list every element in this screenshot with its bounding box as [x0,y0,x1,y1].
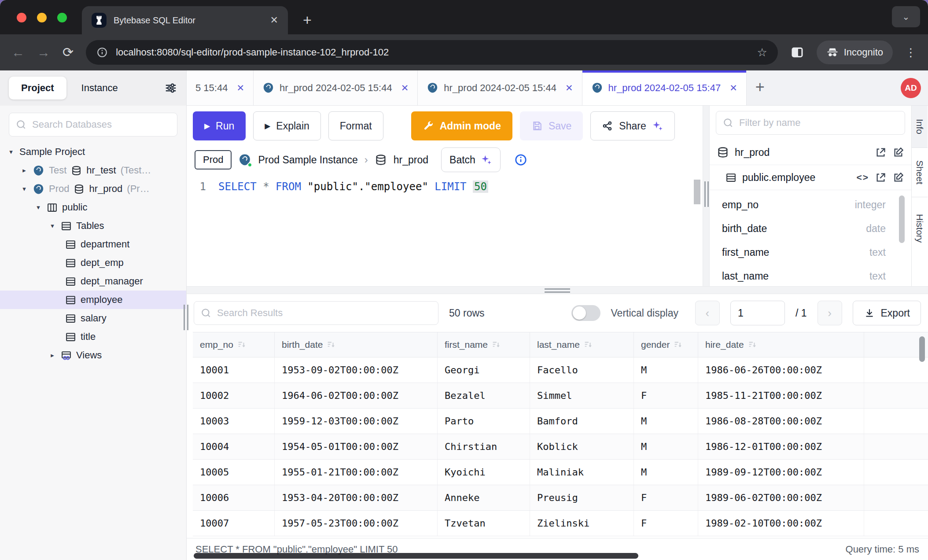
cell[interactable]: Facello [530,357,634,383]
cell[interactable]: M [634,434,698,459]
cell[interactable]: Preusig [530,485,634,510]
site-info-icon[interactable] [96,47,108,58]
cell[interactable]: Parto [438,409,530,434]
cell[interactable]: Zielinski [530,511,634,536]
side-panel-icon[interactable] [790,46,804,59]
cell[interactable]: 1953-04-20T00:00:00Z [275,485,438,510]
schema-filter-input[interactable] [739,117,899,129]
format-button[interactable]: Format [328,111,383,140]
close-window-button[interactable] [17,13,26,22]
results-resize-handle[interactable] [187,286,928,294]
browser-tab[interactable]: Bytebase SQL Editor ✕ [82,6,288,34]
url-text[interactable]: localhost:8080/sql-editor/prod-sample-in… [116,47,749,58]
sql-editor[interactable]: 1 SELECT * FROM "public"."employee" LIMI… [187,173,703,286]
export-button[interactable]: Export [853,301,921,325]
close-tab-icon[interactable]: ✕ [565,83,573,93]
tree-item-tables-group[interactable]: ▾ Tables [0,217,186,235]
cell[interactable]: Maliniak [530,460,634,485]
sort-icon[interactable] [583,340,593,350]
sort-icon[interactable] [748,340,757,350]
run-button[interactable]: ▶Run [193,111,246,140]
sort-icon[interactable] [326,340,336,350]
cell[interactable]: M [634,357,698,383]
prev-page-button[interactable]: ‹ [695,301,720,325]
cell[interactable]: 10004 [193,434,275,459]
schema-database-row[interactable]: hr_prod [710,140,911,165]
caret-right-icon[interactable]: ▸ [20,166,28,174]
page-number-input[interactable] [730,301,785,325]
caret-down-icon[interactable]: ▾ [34,203,42,211]
cell[interactable]: 1986-08-28T00:00:00Z [698,409,864,434]
table-row[interactable]: 100021964-06-02T00:00:00ZBezalelSimmelF1… [193,383,928,409]
sql-line-1[interactable]: 1 SELECT * FROM "public"."employee" LIMI… [187,173,703,193]
info-icon[interactable] [514,153,527,166]
tab-instance[interactable]: Instance [69,77,130,99]
cell[interactable]: 1986-12-01T00:00:00Z [698,434,864,459]
cell[interactable]: 1953-09-02T00:00:00Z [275,357,438,383]
caret-down-icon[interactable]: ▾ [20,185,28,193]
editor-tab-2[interactable]: hr_prod 2024-02-05 15:44 ✕ [254,70,418,105]
close-tab-icon[interactable]: ✕ [401,83,409,93]
table-row[interactable]: 100071957-05-23T00:00:00ZTzvetanZielinsk… [193,511,928,536]
panel-resize-handle[interactable] [703,106,710,286]
cell[interactable]: 10005 [193,460,275,485]
share-button[interactable]: Share [590,111,674,140]
next-page-button[interactable]: › [818,301,842,325]
cell[interactable]: Simmel [530,383,634,408]
database-search-input[interactable] [32,119,171,130]
column-header-last-name[interactable]: last_name [530,332,634,357]
cell[interactable]: 1989-02-10T00:00:00Z [698,511,864,536]
cell[interactable]: Bamford [530,409,634,434]
caret-down-icon[interactable]: ▾ [7,148,15,156]
edit-icon[interactable] [892,172,904,184]
cell[interactable]: M [634,409,698,434]
vertical-display-toggle[interactable] [571,305,600,321]
tab-info[interactable]: Info [912,106,928,148]
schema-filter[interactable] [716,111,905,135]
cell[interactable]: Chirstian [438,434,530,459]
table-row[interactable]: 100051955-01-21T00:00:00ZKyoichiMaliniak… [193,460,928,485]
column-header-emp-no[interactable]: emp_no [193,332,275,357]
sidebar-resize-handle[interactable] [184,305,188,330]
cell[interactable]: 1964-06-02T00:00:00Z [275,383,438,408]
reload-icon[interactable]: ⟳ [63,46,74,59]
tab-history[interactable]: History [912,197,928,260]
open-external-icon[interactable] [875,172,887,184]
database-search[interactable] [9,113,177,136]
cell[interactable]: 1955-01-21T00:00:00Z [275,460,438,485]
cell[interactable]: 1959-12-03T00:00:00Z [275,409,438,434]
editor-tab-3[interactable]: hr_prod 2024-02-05 15:44 ✕ [418,70,582,105]
cell[interactable]: 10001 [193,357,275,383]
tree-item-table-dept-manager[interactable]: dept_manager [0,272,186,291]
results-scrollbar-horizontal[interactable] [194,553,638,559]
user-avatar[interactable]: AD [901,78,921,98]
cell[interactable]: 10007 [193,511,275,536]
cell[interactable]: M [634,460,698,485]
column-row[interactable]: emp_no integer [710,193,911,217]
instance-name[interactable]: Prod Sample Instance [258,154,357,166]
minimize-window-button[interactable] [37,13,47,22]
table-row[interactable]: 100061953-04-20T00:00:00ZAnnekePreusigF1… [193,485,928,511]
cell[interactable]: F [634,485,698,510]
column-header-gender[interactable]: gender [634,332,698,357]
tree-item-hr-prod[interactable]: ▾ Prod hr_prod (Pr… [0,180,186,198]
table-row[interactable]: 100031959-12-03T00:00:00ZPartoBamfordM19… [193,409,928,434]
bookmark-star-icon[interactable]: ☆ [757,46,767,59]
editor-tab-active[interactable]: hr_prod 2024-02-05 15:47 ✕ [582,70,747,105]
column-row[interactable]: last_name text [710,264,911,286]
column-row[interactable]: first_name text [710,240,911,264]
back-icon[interactable]: ← [11,46,25,59]
view-code-icon[interactable]: <> [856,172,869,183]
close-tab-icon[interactable]: ✕ [270,15,278,26]
tree-item-schema-public[interactable]: ▾ public [0,198,186,217]
sort-icon[interactable] [673,340,683,350]
results-search-input[interactable] [217,307,432,319]
editor-tab-1[interactable]: 5 15:44 ✕ [187,70,254,105]
explain-button[interactable]: ▶Explain [253,111,321,140]
cell[interactable]: 10003 [193,409,275,434]
schema-table-row[interactable]: public.employee <> [710,165,911,190]
new-tab-button[interactable]: + [303,12,312,27]
cell[interactable]: Anneke [438,485,530,510]
column-header-first-name[interactable]: first_name [438,332,530,357]
sort-icon[interactable] [237,340,247,350]
